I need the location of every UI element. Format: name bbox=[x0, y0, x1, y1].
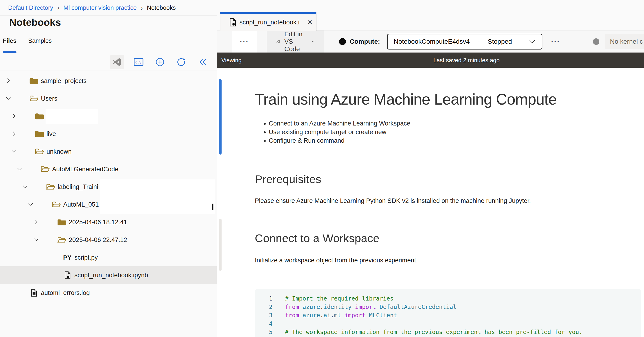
edit-in-vscode-label: Edit in VS Code bbox=[284, 30, 307, 53]
notebook-paragraph: Please ensure Azure Machine Learning Pyt… bbox=[255, 197, 531, 204]
more-actions-button[interactable]: ··· bbox=[232, 30, 257, 52]
kernel-status-dropdown[interactable]: No kernel c bbox=[606, 34, 644, 49]
kernel-status-icon bbox=[593, 38, 599, 45]
notebook-toolbar: ··· Edit in VS Code Compute: NotebookCom… bbox=[217, 30, 644, 52]
chevron-down-icon[interactable] bbox=[11, 148, 18, 155]
tree-item-label: sample_projects bbox=[41, 78, 87, 84]
notebook-statusbar: Viewing Last saved 2 minutes ago bbox=[217, 52, 644, 68]
chevron-right-icon[interactable] bbox=[5, 78, 12, 84]
chevron-down-icon bbox=[529, 39, 536, 44]
notebooks-file-panel: Default Directory › Ml computer vision p… bbox=[0, 0, 217, 337]
mode-label: Viewing bbox=[221, 57, 242, 64]
folder-open-icon bbox=[29, 94, 39, 103]
compute-more-button[interactable]: ··· bbox=[544, 38, 567, 46]
notebook-h2-prerequisites: Prerequisites bbox=[255, 173, 321, 186]
azure-ml-notebooks-page: Default Directory › Ml computer vision p… bbox=[0, 0, 644, 337]
notebook-file-icon bbox=[229, 18, 236, 26]
folder-open-icon bbox=[57, 235, 67, 244]
code-text: from azure.ai.ml import MLClient bbox=[285, 312, 397, 319]
tree-item-script-run-notebook-ipynb[interactable]: script_run_notebook.ipynb bbox=[0, 266, 217, 284]
compute-dash: - bbox=[478, 38, 480, 45]
tab-samples[interactable]: Samples bbox=[28, 37, 52, 53]
close-tab-icon[interactable]: ✕ bbox=[307, 18, 313, 26]
py-file-icon: PY bbox=[62, 253, 72, 262]
refresh-icon[interactable] bbox=[174, 55, 188, 69]
collapse-panel-icon[interactable] bbox=[196, 55, 210, 69]
bullet-item: Connect to an Azure Machine Learning Wor… bbox=[264, 119, 410, 128]
tree-item-unknown[interactable]: unknown bbox=[0, 143, 217, 160]
line-number: 5 bbox=[255, 329, 272, 335]
tree-item-redacted[interactable] bbox=[0, 108, 217, 125]
tab-title: script_run_notebook.i bbox=[240, 19, 304, 26]
edit-in-vscode-button[interactable]: Edit in VS Code bbox=[267, 30, 324, 52]
compute-name: NotebookComputeE4dsv4 bbox=[394, 38, 470, 45]
tree-item-live[interactable]: live bbox=[0, 125, 217, 143]
code-text: from azure.identity import DefaultAzureC… bbox=[285, 304, 456, 310]
divider bbox=[0, 15, 217, 16]
tree-item-2025-04-06-18-12-41[interactable]: 2025-04-06 18.12.41 bbox=[0, 213, 217, 231]
folder-open-icon bbox=[40, 164, 50, 174]
breadcrumb-separator-icon: › bbox=[58, 3, 59, 12]
line-number: 4 bbox=[255, 320, 272, 327]
tree-item-2025-04-06-22-47-12[interactable]: 2025-04-06 22.47.12 bbox=[0, 231, 217, 249]
breadcrumb-separator-icon: › bbox=[141, 3, 143, 12]
breadcrumb-default-directory[interactable]: Default Directory bbox=[8, 4, 53, 12]
redaction-box bbox=[46, 109, 98, 124]
folder-closed-icon bbox=[57, 218, 67, 227]
bullet-item: Use existing compute target or create ne… bbox=[264, 128, 410, 136]
redaction-box bbox=[100, 180, 215, 214]
tree-item-automl-errors-log[interactable]: automl_errors.log bbox=[0, 284, 217, 302]
svg-text:C:\: C:\ bbox=[135, 60, 141, 64]
compute-status: Stopped bbox=[488, 38, 512, 45]
chevron-right-icon[interactable] bbox=[11, 113, 18, 120]
redaction-artifact bbox=[212, 204, 214, 210]
menu-icon[interactable] bbox=[224, 38, 232, 45]
selected-cell-indicator[interactable] bbox=[219, 79, 222, 154]
notebook-paragraph: Initialize a workspace object from the p… bbox=[255, 257, 418, 264]
chevron-down-icon[interactable] bbox=[28, 201, 34, 208]
bullet-item: Configure & Run command bbox=[264, 136, 410, 145]
line-number: 2 bbox=[255, 304, 272, 310]
editor-tabbar: script_run_notebook.i ✕ bbox=[217, 0, 644, 30]
tree-item-script-py[interactable]: PYscript.py bbox=[0, 249, 217, 266]
tree-item-label: labeling_Traini bbox=[58, 183, 98, 190]
chevron-down-icon bbox=[312, 39, 315, 44]
chevron-right-icon[interactable] bbox=[33, 219, 40, 226]
tree-item-sample-projects[interactable]: sample_projects bbox=[0, 72, 217, 90]
code-line: 1# Import the required libraries bbox=[255, 294, 641, 302]
chevron-down-icon[interactable] bbox=[33, 236, 40, 243]
tab-script-run-notebook[interactable]: script_run_notebook.i ✕ bbox=[220, 12, 316, 31]
chevron-down-icon[interactable] bbox=[22, 183, 29, 190]
breadcrumb: Default Directory › Ml computer vision p… bbox=[8, 0, 176, 15]
notebook-h2-connect-workspace: Connect to a Workspace bbox=[255, 232, 380, 245]
compute-status-icon bbox=[339, 38, 346, 45]
tree-item-label: live bbox=[46, 130, 56, 138]
terminal-icon[interactable]: C:\ bbox=[131, 55, 146, 69]
code-line: 3from azure.ai.ml import MLClient bbox=[255, 311, 641, 319]
notebook-content: Train using Azure Machine Learning Compu… bbox=[217, 68, 644, 337]
add-file-icon[interactable] bbox=[153, 55, 167, 69]
folder-closed-icon bbox=[34, 129, 45, 138]
kernel-group: No kernel c bbox=[593, 34, 644, 49]
chevron-down-icon[interactable] bbox=[16, 166, 23, 173]
tree-item-label: script_run_notebook.ipynb bbox=[74, 272, 148, 279]
code-text: # The workspace information from the pre… bbox=[285, 329, 582, 335]
folder-closed-icon bbox=[29, 76, 39, 86]
compute-group: Compute: NotebookComputeE4dsv4 - Stopped bbox=[339, 34, 542, 50]
breadcrumb-workspace[interactable]: Ml computer vision practice bbox=[64, 4, 137, 12]
tab-files[interactable]: Files bbox=[3, 37, 16, 53]
tree-item-automlgeneratedcode[interactable]: AutoMLGeneratedCode bbox=[0, 160, 217, 178]
line-number: 1 bbox=[255, 295, 272, 302]
breadcrumb-current: Notebooks bbox=[147, 4, 176, 12]
log-file-icon bbox=[29, 288, 39, 298]
vscode-icon[interactable] bbox=[110, 55, 124, 69]
code-cell[interactable]: 1# Import the required libraries2from az… bbox=[255, 289, 641, 337]
tree-item-users[interactable]: Users bbox=[0, 90, 217, 108]
notebook-h1: Train using Azure Machine Learning Compu… bbox=[255, 90, 556, 108]
folder-open-icon bbox=[46, 182, 56, 192]
chevron-right-icon[interactable] bbox=[11, 130, 18, 137]
chevron-down-icon[interactable] bbox=[5, 95, 12, 102]
compute-dropdown[interactable]: NotebookComputeE4dsv4 - Stopped bbox=[387, 34, 542, 50]
cell-indicator[interactable] bbox=[219, 219, 222, 271]
compute-label: Compute: bbox=[350, 38, 380, 45]
